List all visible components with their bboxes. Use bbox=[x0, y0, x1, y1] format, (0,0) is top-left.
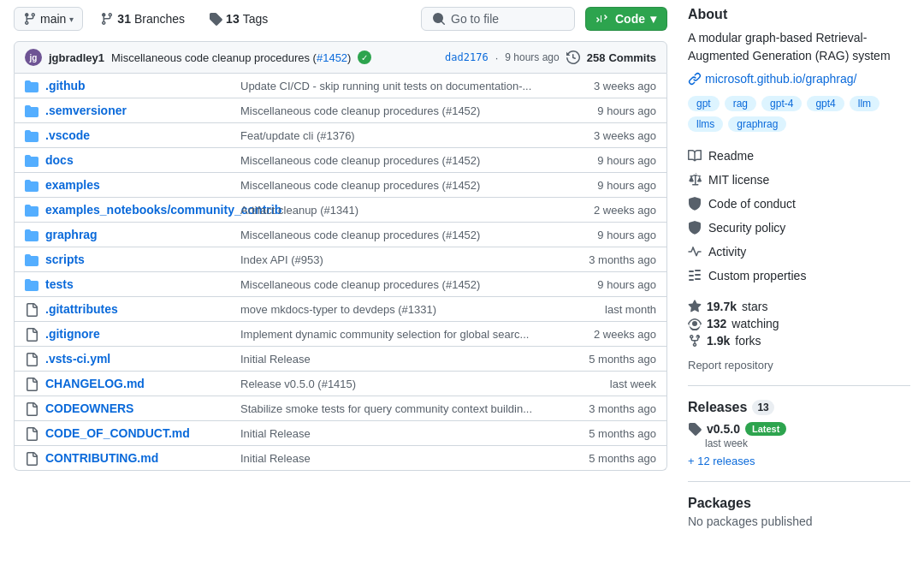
topic-tag[interactable]: gpt-4 bbox=[761, 96, 802, 111]
forks-label: forks bbox=[735, 334, 761, 348]
readme-link[interactable]: Readme bbox=[688, 146, 910, 166]
file-time: 3 months ago bbox=[562, 253, 656, 266]
file-time: 2 weeks ago bbox=[562, 204, 656, 217]
more-releases-link[interactable]: + 12 releases bbox=[688, 455, 910, 467]
branch-caret-icon: ▾ bbox=[69, 15, 74, 24]
releases-header: Releases 13 bbox=[688, 400, 910, 415]
license-label: MIT license bbox=[708, 173, 769, 187]
code-of-conduct-link[interactable]: Code of conduct bbox=[688, 193, 910, 214]
book-icon bbox=[688, 149, 702, 163]
file-name[interactable]: CHANGELOG.md bbox=[45, 377, 234, 390]
file-time: 9 hours ago bbox=[562, 104, 656, 117]
file-commit: Initial Release bbox=[240, 353, 555, 366]
file-name[interactable]: .vsts-ci.yml bbox=[45, 352, 234, 366]
website-url: microsoft.github.io/graphrag/ bbox=[705, 72, 856, 86]
topic-tag[interactable]: llm bbox=[850, 96, 880, 111]
topic-tag[interactable]: rag bbox=[725, 96, 756, 111]
divider-2 bbox=[688, 481, 910, 482]
file-name[interactable]: .gitignore bbox=[45, 327, 234, 341]
branches-link[interactable]: 31 Branches bbox=[93, 8, 192, 30]
sidebar-links: Readme MIT license Code of conduct Secur… bbox=[688, 146, 910, 286]
file-name[interactable]: CODE_OF_CONDUCT.md bbox=[45, 426, 234, 440]
history-icon bbox=[566, 51, 580, 64]
file-commit: Index API (#953) bbox=[240, 253, 555, 266]
commit-dot: · bbox=[495, 51, 499, 64]
tags-label: Tags bbox=[243, 12, 269, 26]
release-tag-icon bbox=[688, 422, 702, 436]
file-table: .githubUpdate CI/CD - skip running unit … bbox=[14, 74, 667, 471]
release-version-link[interactable]: v0.5.0 bbox=[707, 422, 740, 436]
commit-check-icon: ✓ bbox=[358, 51, 371, 64]
topic-tags: gptraggpt-4gpt4llmllmsgraphrag bbox=[688, 96, 910, 132]
topic-tag[interactable]: llms bbox=[688, 116, 723, 132]
forks-count: 1.9k bbox=[707, 334, 730, 348]
table-row: CONTRIBUTING.mdInitial Release5 months a… bbox=[15, 446, 666, 470]
commit-author: jgbradley1 bbox=[49, 51, 104, 64]
file-commit: move mkdocs-typer to devdeps (#1331) bbox=[240, 303, 555, 316]
file-name[interactable]: examples_notebooks/community_contrib bbox=[45, 203, 234, 217]
commit-hash[interactable]: dad2176 bbox=[445, 51, 489, 63]
table-row: scriptsIndex API (#953)3 months ago bbox=[15, 247, 666, 272]
file-name[interactable]: docs bbox=[45, 153, 234, 167]
file-name[interactable]: CONTRIBUTING.md bbox=[45, 451, 234, 465]
file-name[interactable]: graphrag bbox=[45, 228, 234, 241]
tag-icon bbox=[209, 12, 222, 26]
folder-icon bbox=[25, 277, 38, 291]
commits-link[interactable]: 258 Commits bbox=[587, 51, 656, 64]
toolbar: main ▾ 31 Branches 13 Tags bbox=[14, 7, 667, 31]
file-icon bbox=[25, 401, 38, 415]
table-row: examples_notebooks/community_contribArti… bbox=[15, 198, 666, 223]
file-time: 2 weeks ago bbox=[562, 328, 656, 341]
code-icon bbox=[596, 12, 610, 26]
branches-icon bbox=[100, 12, 114, 26]
stars-label: stars bbox=[742, 300, 767, 313]
custom-properties-link[interactable]: Custom properties bbox=[688, 265, 910, 286]
file-commit: Miscellaneous code cleanup procedures (#… bbox=[240, 154, 555, 167]
file-name[interactable]: CODEOWNERS bbox=[45, 401, 234, 415]
watching-stat: 132 watching bbox=[688, 317, 910, 330]
pr-link[interactable]: #1452 bbox=[317, 51, 347, 64]
security-policy-link[interactable]: Security policy bbox=[688, 217, 910, 238]
activity-link[interactable]: Activity bbox=[688, 241, 910, 262]
go-to-file-button[interactable]: Go to file bbox=[421, 7, 575, 31]
file-name[interactable]: .vscode bbox=[45, 128, 234, 142]
forks-stat: 1.9k forks bbox=[688, 334, 910, 348]
branch-selector[interactable]: main ▾ bbox=[14, 7, 83, 31]
file-name[interactable]: .gitattributes bbox=[45, 302, 234, 316]
file-time: 9 hours ago bbox=[562, 179, 656, 192]
topic-tag[interactable]: graphrag bbox=[728, 116, 786, 132]
license-link[interactable]: MIT license bbox=[688, 170, 910, 190]
file-commit: Implement dynamic community selection fo… bbox=[240, 328, 555, 341]
file-commit: Miscellaneous code cleanup procedures (#… bbox=[240, 278, 555, 291]
file-name[interactable]: tests bbox=[45, 277, 234, 291]
table-row: .vsts-ci.ymlInitial Release5 months ago bbox=[15, 347, 666, 372]
table-row: docsMiscellaneous code cleanup procedure… bbox=[15, 148, 666, 173]
file-name[interactable]: scripts bbox=[45, 253, 234, 266]
file-time: 5 months ago bbox=[562, 452, 656, 465]
topic-tag[interactable]: gpt4 bbox=[807, 96, 844, 111]
custom-properties-label: Custom properties bbox=[708, 269, 806, 282]
shield-icon bbox=[688, 197, 702, 211]
file-name[interactable]: .semversioner bbox=[45, 104, 234, 117]
website-link[interactable]: microsoft.github.io/graphrag/ bbox=[688, 72, 910, 86]
branches-count: 31 bbox=[117, 12, 131, 26]
topic-tag[interactable]: gpt bbox=[688, 96, 720, 111]
code-of-conduct-label: Code of conduct bbox=[708, 197, 796, 211]
file-time: 5 months ago bbox=[562, 427, 656, 440]
folder-icon bbox=[25, 178, 38, 192]
security-icon bbox=[688, 221, 702, 235]
stars-stat: 19.7k stars bbox=[688, 300, 910, 313]
releases-count: 13 bbox=[752, 400, 773, 415]
file-name[interactable]: .github bbox=[45, 79, 234, 92]
report-repository-link[interactable]: Report repository bbox=[688, 359, 773, 372]
table-row: graphragMiscellaneous code cleanup proce… bbox=[15, 223, 666, 247]
releases-title[interactable]: Releases bbox=[688, 400, 747, 415]
tags-link[interactable]: 13 Tags bbox=[202, 8, 275, 30]
code-button[interactable]: Code ▾ bbox=[585, 7, 667, 31]
search-label: Go to file bbox=[451, 12, 499, 26]
file-icon bbox=[25, 426, 38, 440]
file-commit: Stabilize smoke tests for query communit… bbox=[240, 402, 555, 415]
readme-label: Readme bbox=[708, 149, 754, 163]
file-commit: Initial Release bbox=[240, 427, 555, 440]
file-name[interactable]: examples bbox=[45, 178, 234, 192]
